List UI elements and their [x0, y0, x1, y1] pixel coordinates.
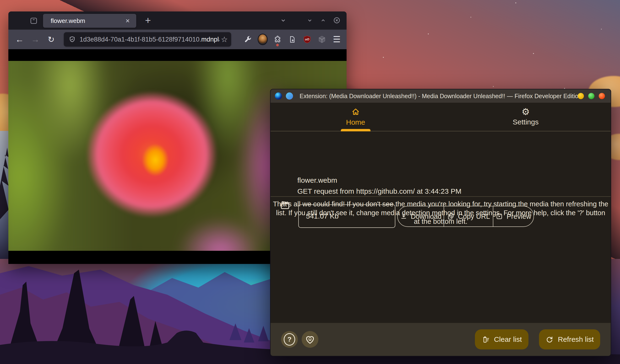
media-size-box: 541.07 Kb [298, 204, 395, 228]
extension-window-title: Extension: (Media Downloader Unleashed!!… [271, 93, 611, 100]
window-shade-down-icon[interactable] [306, 17, 313, 24]
download-button[interactable]: Download [398, 206, 444, 226]
back-button[interactable]: ← [15, 34, 25, 44]
containers-cube-icon[interactable] [317, 33, 327, 46]
maximize-button[interactable] [588, 93, 594, 99]
url-text: 1d3e88d4-70a1-4b1f-81b5-6128f9714010.mdn… [80, 36, 219, 43]
url-bar[interactable]: 1d3e88d4-70a1-4b1f-81b5-6128f9714010.mdn… [64, 32, 231, 46]
titlebar-buttons [578, 93, 605, 99]
forward-button[interactable]: → [30, 34, 40, 44]
window-shade-up-icon[interactable] [320, 17, 326, 24]
star [515, 2, 516, 3]
clear-list-label: Clear list [494, 335, 522, 343]
copy-icon [447, 213, 455, 220]
extension-footer: ? Clear list [271, 323, 611, 356]
media-list-item: flower.webm GET request from https://git… [271, 131, 611, 196]
refresh-list-button[interactable]: Refresh list [539, 329, 600, 349]
tree-silhouette [0, 148, 9, 219]
media-size-value: 541.07 Kb [306, 212, 339, 220]
download-icon [400, 213, 407, 220]
star [383, 57, 384, 58]
tab-home[interactable]: Home [271, 103, 441, 131]
star [601, 29, 602, 30]
tab-close-icon[interactable]: × [123, 16, 132, 26]
list-tabs-chevron-icon[interactable] [280, 17, 287, 24]
download-label: Download [411, 213, 442, 220]
extension-tab-bar: Home ⚙ Settings [271, 103, 611, 131]
svg-text:uO: uO [305, 38, 309, 41]
wrench-icon[interactable] [243, 33, 253, 46]
donate-button[interactable] [302, 331, 318, 348]
window-close-icon[interactable] [333, 17, 340, 24]
tracking-protection-icon[interactable] [69, 36, 76, 43]
list-divider [271, 196, 611, 197]
home-icon [351, 107, 360, 116]
preview-button[interactable]: Preview [493, 206, 533, 226]
media-request-info: GET request from https://github.com/ at … [297, 187, 461, 195]
new-tab-button[interactable]: + [142, 14, 154, 27]
copy-url-label: Copy URL [458, 213, 490, 220]
flower-stamen [139, 140, 172, 180]
media-action-buttons: Download Copy URL Preview [397, 206, 534, 227]
browser-tab-bar: flower.webm × + [8, 12, 347, 30]
star [470, 17, 471, 18]
tab-home-label: Home [346, 118, 365, 126]
refresh-list-label: Refresh list [558, 335, 594, 343]
firefox-view-icon[interactable] [29, 16, 38, 25]
star [493, 86, 494, 87]
copy-url-button[interactable]: Copy URL [444, 206, 493, 226]
close-button[interactable] [599, 93, 605, 99]
film-clapper-icon [280, 200, 291, 211]
active-tab-indicator [341, 129, 371, 131]
extension-titlebar[interactable]: Extension: (Media Downloader Unleashed!!… [271, 89, 611, 103]
star [533, 53, 534, 54]
save-page-icon[interactable] [287, 33, 297, 46]
media-downloader-window: Extension: (Media Downloader Unleashed!!… [270, 89, 611, 356]
bookmark-star-icon[interactable]: ☆ [221, 35, 228, 44]
star [428, 33, 429, 34]
minimize-button[interactable] [578, 93, 584, 99]
refresh-icon [545, 335, 554, 343]
preview-label: Preview [507, 213, 531, 220]
profile-avatar[interactable] [258, 33, 268, 46]
reload-button[interactable]: ↻ [46, 34, 56, 44]
help-button[interactable]: ? [281, 331, 298, 348]
desktop: flower.webm × + [0, 0, 620, 364]
preview-icon [496, 213, 503, 220]
clear-list-button[interactable]: Clear list [475, 329, 528, 349]
tab-settings-label: Settings [513, 118, 539, 126]
gear-icon: ⚙ [522, 107, 530, 116]
browser-nav-toolbar: ← → ↻ 1d3e88d4-70a1-4b1f-81b5-6128f97140… [8, 30, 347, 49]
help-icon: ? [284, 333, 295, 346]
toolbar-extension-icons: uO ☰ [243, 33, 342, 46]
window-controls [306, 17, 340, 24]
wallpaper-left-strip [0, 131, 9, 265]
ublock-origin-icon[interactable]: uO [302, 33, 312, 46]
tab-settings[interactable]: ⚙ Settings [441, 103, 611, 131]
menu-hamburger-icon[interactable]: ☰ [332, 33, 342, 46]
extensions-puzzle-icon[interactable] [272, 33, 282, 46]
heart-smile-icon [305, 334, 315, 345]
tab-title: flower.webm [51, 17, 123, 25]
clear-list-icon [482, 335, 490, 343]
tab-flower-webm[interactable]: flower.webm × [43, 14, 136, 28]
media-filename: flower.webm [297, 176, 337, 184]
extension-attention-dot [276, 44, 279, 46]
